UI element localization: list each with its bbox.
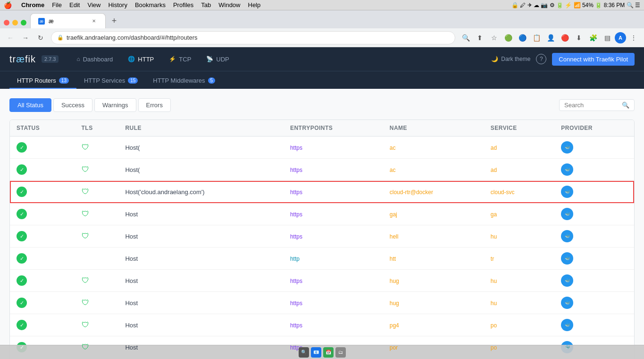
apple-menu[interactable]: 🍎 (4, 1, 12, 9)
nav-tcp[interactable]: ⚡ TCP (162, 52, 198, 67)
tab-close-button[interactable]: ✕ (90, 17, 98, 25)
cell-service[interactable]: hu (484, 225, 555, 248)
name-value: ac (390, 167, 396, 173)
cell-rule[interactable]: Host( (118, 137, 284, 159)
cell-entrypoints: https (284, 314, 383, 336)
cell-service[interactable]: po (484, 314, 555, 336)
cell-name[interactable]: htt (383, 248, 484, 270)
maximize-window-button[interactable] (21, 20, 26, 26)
cell-service[interactable]: ad (484, 137, 555, 159)
cell-status: ✓ (10, 248, 75, 270)
cell-provider: 🐳 (554, 292, 634, 314)
sub-tab-http-services[interactable]: HTTP Services 15 (76, 73, 145, 89)
menubar-edit[interactable]: Edit (69, 1, 80, 9)
menubar-history[interactable]: History (108, 1, 127, 9)
sidebar-toggle-icon[interactable]: ▤ (601, 31, 614, 44)
table-row[interactable]: ✓🛡Hosthttpsgajga🐳 (10, 203, 634, 225)
connect-pilot-button[interactable]: Connect with Traefik Pilot (552, 53, 635, 66)
reload-button[interactable]: ↻ (34, 31, 47, 44)
table-row[interactable]: ✓🛡Host(httpsacad🐳 (10, 137, 634, 159)
extension-icon-3[interactable]: 📋 (530, 31, 543, 44)
nav-http-label: HTTP (138, 56, 154, 63)
new-tab-button[interactable]: + (108, 14, 121, 27)
cell-rule[interactable]: Host (118, 270, 284, 292)
extension-icon-5[interactable]: 🔴 (558, 31, 571, 44)
cell-name[interactable]: ac (383, 137, 484, 159)
cell-name[interactable]: pg4 (383, 314, 484, 336)
dock-icon-2[interactable]: 📧 (311, 347, 321, 358)
sub-tab-http-middlewares[interactable]: HTTP Middlewares 5 (145, 73, 223, 89)
minimize-window-button[interactable] (12, 20, 18, 26)
cell-name[interactable]: hell (383, 225, 484, 248)
cell-service[interactable]: ad (484, 159, 555, 181)
nav-udp[interactable]: 📡 UDP (200, 52, 235, 67)
cell-service[interactable]: ga (484, 203, 555, 225)
cell-rule[interactable]: Host( (118, 159, 284, 181)
filter-all-status[interactable]: All Status (9, 98, 51, 112)
extension-icon-6[interactable]: ⬇ (572, 31, 585, 44)
browser-tab[interactable]: æ æ ✕ (30, 13, 106, 28)
menubar-view[interactable]: View (87, 1, 100, 9)
extension-icon-4[interactable]: 👤 (544, 31, 557, 44)
cell-name[interactable]: ac (383, 159, 484, 181)
cell-rule[interactable]: Host('cloud.andraelang.com') (118, 181, 284, 203)
nav-dashboard[interactable]: ⌂ Dashboard (70, 52, 119, 67)
col-status: Status (10, 120, 75, 137)
menubar-help[interactable]: Help (248, 1, 261, 9)
docker-provider-icon: 🐳 (561, 252, 573, 265)
table-row[interactable]: ✓🛡Hosthttpshughu🐳 (10, 270, 634, 292)
search-toolbar-icon[interactable]: 🔍 (459, 31, 472, 44)
cell-service[interactable]: tr (484, 248, 555, 270)
name-value: hug (390, 300, 399, 307)
cell-rule[interactable]: Host (118, 203, 284, 225)
menubar-window[interactable]: Window (218, 1, 240, 9)
table-row[interactable]: ✓Hosthttphtttr🐳 (10, 248, 634, 270)
more-menu-icon[interactable]: ⋮ (627, 31, 640, 44)
sub-tab-http-routers[interactable]: HTTP Routers 13 (9, 73, 76, 89)
cell-name[interactable]: gaj (383, 203, 484, 225)
dock-icon-4[interactable]: 🗂 (335, 347, 346, 358)
omnibox[interactable]: 🔒 traefik.andraelang.com/dashboard/#/htt… (51, 31, 455, 44)
filter-errors[interactable]: Errors (138, 98, 171, 112)
extension-icon-2[interactable]: 🔵 (516, 31, 529, 44)
bookmark-icon[interactable]: ☆ (487, 31, 501, 44)
back-button[interactable]: ← (4, 31, 17, 44)
cell-service[interactable]: hu (484, 270, 555, 292)
extension-icon-1[interactable]: 🟢 (502, 31, 515, 44)
extensions-icon[interactable]: 🧩 (586, 31, 600, 44)
help-button[interactable]: ? (536, 54, 546, 64)
rule-value: Host (125, 233, 138, 240)
nav-http[interactable]: 🌐 HTTP (121, 52, 160, 67)
dock-icon-1[interactable]: 🔍 (299, 347, 309, 358)
forward-button[interactable]: → (19, 31, 32, 44)
service-value: tr (491, 256, 494, 262)
cell-service[interactable]: hu (484, 292, 555, 314)
cell-rule[interactable]: Host (118, 292, 284, 314)
table-row[interactable]: ✓🛡Hosthttpshughu🐳 (10, 292, 634, 314)
cell-name[interactable]: hug (383, 270, 484, 292)
menubar-chrome[interactable]: Chrome (21, 1, 44, 9)
docker-provider-icon: 🐳 (561, 230, 573, 242)
filter-warnings[interactable]: Warnings (94, 98, 136, 112)
table-row[interactable]: ✓🛡Host('cloud.andraelang.com')httpscloud… (10, 181, 634, 203)
cell-name[interactable]: hug (383, 292, 484, 314)
cell-rule[interactable]: Host (118, 314, 284, 336)
profile-button[interactable]: A (615, 32, 626, 43)
menubar-tab[interactable]: Tab (201, 1, 211, 9)
menubar-file[interactable]: File (52, 1, 62, 9)
table-row[interactable]: ✓🛡Hosthttpshellhu🐳 (10, 225, 634, 248)
cell-rule[interactable]: Host (118, 225, 284, 248)
share-icon[interactable]: ⬆ (473, 31, 486, 44)
menubar-bookmarks[interactable]: Bookmarks (135, 1, 166, 9)
search-input[interactable] (564, 102, 619, 109)
cell-service[interactable]: cloud-svc (484, 181, 555, 203)
dark-mode-toggle[interactable]: 🌙 Dark theme (491, 56, 530, 62)
table-row[interactable]: ✓🛡Hosthttpspg4po🐳 (10, 314, 634, 336)
cell-rule[interactable]: Host (118, 248, 284, 270)
menubar-profiles[interactable]: Profiles (173, 1, 193, 9)
dock-icon-3[interactable]: 📅 (323, 347, 334, 358)
filter-success[interactable]: Success (53, 98, 92, 112)
cell-name[interactable]: cloud-rtr@docker (383, 181, 484, 203)
close-window-button[interactable] (4, 20, 9, 26)
table-row[interactable]: ✓🛡Host(httpsacad🐳 (10, 159, 634, 181)
